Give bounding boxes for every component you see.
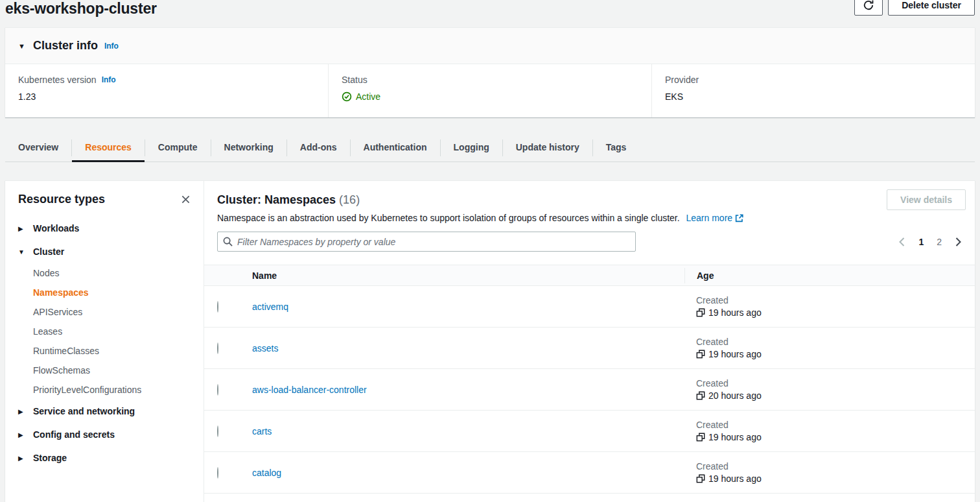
refresh-icon [863, 0, 874, 11]
view-details-button[interactable]: View details [887, 189, 966, 210]
resource-types-sidebar: Resource types ▶ Workloads ▼ Cluster Nod… [5, 181, 204, 502]
age-value: 19 hours ago [708, 473, 762, 484]
copy-icon[interactable] [696, 474, 705, 483]
copy-icon[interactable] [696, 391, 705, 400]
copy-icon[interactable] [696, 350, 705, 359]
table-row: catalog Created 19 hours ago [204, 452, 975, 494]
sidebar-item-prioritylevelconfigurations[interactable]: PriorityLevelConfigurations [33, 380, 191, 400]
tab-overview[interactable]: Overview [5, 134, 71, 161]
filter-box [217, 232, 636, 252]
table-row: activemq Created 19 hours ago [204, 286, 975, 328]
sidebar-item-leases[interactable]: Leases [33, 322, 191, 341]
close-icon[interactable] [181, 195, 191, 204]
tab-tags[interactable]: Tags [593, 134, 640, 161]
created-label: Created [696, 378, 975, 388]
sidebar-item-apiservices[interactable]: APIServices [33, 302, 191, 322]
resources-card: Resource types ▶ Workloads ▼ Cluster Nod… [5, 180, 975, 502]
resource-types-title: Resource types [18, 193, 105, 206]
age-value: 19 hours ago [708, 349, 762, 359]
row-radio[interactable] [217, 384, 218, 396]
namespaces-table: Name Age activemq Created 19 hours ago a… [204, 265, 975, 494]
row-radio[interactable] [217, 467, 218, 479]
sidebar-item-namespaces[interactable]: Namespaces [33, 283, 191, 302]
tab-logging[interactable]: Logging [441, 134, 502, 161]
namespace-link[interactable]: assets [252, 343, 278, 353]
chevron-right-icon: ▶ [18, 455, 25, 462]
cluster-info-card: ▼ Cluster info Info Kubernetes version I… [5, 27, 975, 117]
age-value: 19 hours ago [708, 307, 762, 318]
namespace-count: (16) [339, 193, 360, 206]
sidebar-item-nodes[interactable]: Nodes [33, 263, 191, 283]
next-page-icon[interactable] [955, 237, 962, 246]
page-header: eks-workshop-cluster Delete cluster [0, 0, 980, 26]
kubernetes-version-field: Kubernetes version Info 1.23 [5, 64, 328, 117]
table-row: aws-load-balancer-controller Created 20 … [204, 369, 975, 411]
cluster-info-body: Kubernetes version Info 1.23 Status Acti… [5, 64, 975, 117]
chevron-right-icon: ▶ [18, 431, 25, 438]
chevron-right-icon: ▶ [18, 225, 25, 232]
table-row: assets Created 19 hours ago [204, 328, 975, 369]
chevron-down-icon: ▼ [18, 42, 25, 50]
namespace-link[interactable]: activemq [252, 302, 288, 312]
tab-authentication[interactable]: Authentication [351, 134, 440, 161]
namespace-link[interactable]: catalog [252, 468, 281, 478]
page-number-1[interactable]: 1 [918, 237, 924, 247]
sidebar-group-workloads[interactable]: ▶ Workloads [18, 217, 191, 240]
kubernetes-version-value: 1.23 [18, 91, 315, 102]
created-label: Created [696, 461, 975, 472]
copy-icon[interactable] [696, 308, 705, 317]
delete-cluster-button[interactable]: Delete cluster [888, 0, 975, 16]
external-link-icon [735, 214, 743, 222]
panel-title: Cluster: Namespaces [217, 193, 336, 206]
tab-networking[interactable]: Networking [211, 134, 286, 161]
row-radio[interactable] [217, 425, 218, 437]
sidebar-group-config-and-secrets[interactable]: ▶ Config and secrets [18, 423, 191, 446]
name-column-header: Name [239, 270, 684, 281]
cluster-info-info-link[interactable]: Info [104, 42, 119, 51]
refresh-button[interactable] [854, 0, 883, 16]
sidebar-item-runtimeclasses[interactable]: RuntimeClasses [33, 341, 191, 361]
status-ok-icon [342, 91, 352, 102]
created-label: Created [696, 337, 975, 347]
kubernetes-version-label: Kubernetes version [18, 75, 97, 85]
kubernetes-version-info-link[interactable]: Info [102, 75, 116, 84]
tab-add-ons[interactable]: Add-ons [287, 134, 350, 161]
pagination: 1 2 [898, 237, 962, 247]
tab-resources[interactable]: Resources [72, 134, 145, 161]
created-label: Created [696, 420, 975, 430]
age-value: 20 hours ago [708, 390, 762, 401]
tab-compute[interactable]: Compute [145, 134, 211, 161]
status-field: Status Active [328, 64, 651, 117]
chevron-down-icon: ▼ [18, 248, 25, 256]
created-label: Created [696, 295, 975, 305]
age-column-header: Age [684, 268, 975, 283]
panel-description: Namespace is an abstraction used by Kube… [217, 213, 680, 223]
provider-label: Provider [665, 75, 962, 85]
cluster-info-header[interactable]: ▼ Cluster info Info [5, 28, 975, 64]
namespace-link[interactable]: carts [252, 426, 272, 436]
page-number-2[interactable]: 2 [937, 237, 942, 247]
row-radio[interactable] [217, 301, 218, 313]
learn-more-link[interactable]: Learn more [686, 213, 744, 223]
sidebar-group-storage[interactable]: ▶ Storage [18, 446, 191, 470]
previous-page-icon[interactable] [898, 237, 905, 246]
table-row: carts Created 19 hours ago [204, 411, 975, 452]
status-badge: Active [356, 91, 380, 102]
provider-value: EKS [665, 91, 962, 102]
row-radio[interactable] [217, 342, 218, 354]
provider-field: Provider EKS [651, 64, 975, 117]
header-actions: Delete cluster [854, 0, 975, 16]
namespace-link[interactable]: aws-load-balancer-controller [252, 385, 367, 395]
cluster-group-items: Nodes Namespaces APIServices Leases Runt… [18, 263, 191, 400]
sidebar-group-cluster[interactable]: ▼ Cluster [18, 240, 191, 263]
sidebar-item-flowschemas[interactable]: FlowSchemas [33, 361, 191, 380]
age-value: 19 hours ago [708, 432, 762, 442]
filter-input[interactable] [237, 237, 630, 247]
copy-icon[interactable] [696, 433, 705, 442]
cluster-info-title: Cluster info [33, 39, 98, 53]
cluster-tabs: Overview Resources Compute Networking Ad… [5, 134, 975, 162]
table-header: Name Age [204, 265, 975, 286]
tab-update-history[interactable]: Update history [503, 134, 592, 161]
namespaces-panel: Cluster: Namespaces (16) View details Na… [204, 181, 975, 502]
sidebar-group-service-and-networking[interactable]: ▶ Service and networking [18, 400, 191, 423]
